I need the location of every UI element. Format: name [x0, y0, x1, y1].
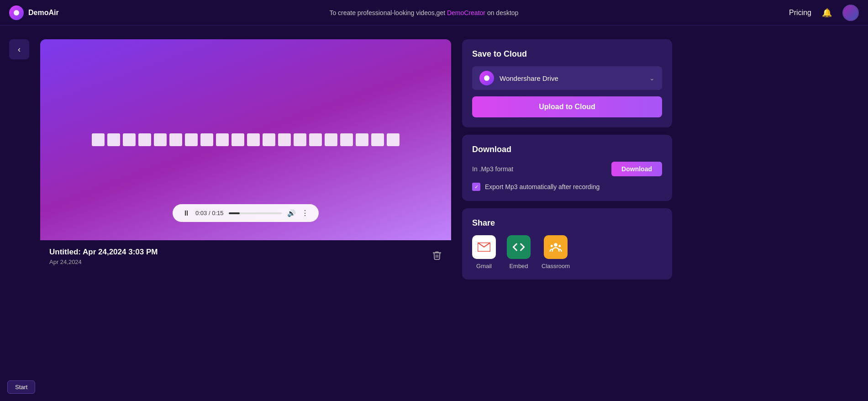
classroom-icon-box [544, 235, 568, 259]
waveform-bar [200, 133, 213, 146]
download-card: Download In .Mp3 format Download ✓ Expor… [462, 135, 672, 201]
auto-export-checkbox[interactable]: ✓ [472, 183, 480, 191]
upload-to-cloud-button[interactable]: Upload to Cloud [472, 96, 662, 117]
share-item-classroom[interactable]: Classroom [542, 235, 570, 269]
embed-label: Embed [509, 263, 528, 269]
democreator-link[interactable]: DemoCreator [447, 9, 485, 16]
cloud-selector-left: Wondershare Drive [479, 71, 558, 85]
right-panel: Save to Cloud Wondershare Drive ⌄ Upload… [462, 39, 672, 280]
waveform-bar [387, 133, 400, 146]
svg-point-3 [551, 245, 553, 247]
total-time: 0:15 [212, 210, 223, 216]
start-button[interactable]: Start [7, 380, 35, 394]
format-label: In .Mp3 format [472, 165, 513, 173]
back-button[interactable]: ‹ [9, 39, 29, 59]
embed-icon [512, 241, 525, 253]
promo-banner: To create professional-looking videos,ge… [329, 9, 518, 16]
waveform-bar [325, 133, 337, 146]
delete-icon [432, 252, 442, 262]
more-options-button[interactable]: ⋮ [301, 209, 309, 217]
waveform-bar [154, 133, 167, 146]
waveform-bar [371, 133, 384, 146]
download-button[interactable]: Download [611, 162, 662, 176]
waveform-bar [340, 133, 353, 146]
waveform-bars [92, 133, 400, 146]
classroom-icon [549, 240, 563, 254]
promo-text-after: on desktop [485, 9, 518, 16]
download-title: Download [472, 145, 662, 154]
more-icon: ⋮ [301, 209, 309, 217]
waveform-bar [169, 133, 182, 146]
share-item-gmail[interactable]: Gmail [472, 235, 496, 269]
svg-point-2 [554, 243, 558, 247]
svg-point-4 [558, 245, 561, 247]
waveform-bar [92, 133, 105, 146]
delete-button[interactable] [432, 250, 442, 263]
save-to-cloud-card: Save to Cloud Wondershare Drive ⌄ Upload… [462, 39, 672, 127]
waveform-bar [356, 133, 368, 146]
logo-text: DemoAir [28, 9, 59, 17]
wondershare-drive-icon [479, 71, 494, 85]
notification-icon[interactable]: 🔔 [821, 6, 833, 19]
play-pause-icon: ⏸ [183, 209, 190, 217]
waveform-bar [185, 133, 198, 146]
auto-export-row: ✓ Export Mp3 automatically after recordi… [472, 183, 662, 191]
gmail-label: Gmail [476, 263, 492, 269]
waveform-bar [231, 133, 244, 146]
cloud-drive-selector[interactable]: Wondershare Drive ⌄ [472, 66, 662, 90]
share-item-embed[interactable]: Embed [507, 235, 531, 269]
gmail-icon-box [472, 235, 496, 259]
download-row: In .Mp3 format Download [472, 162, 662, 176]
waveform-bar [216, 133, 229, 146]
auto-export-label: Export Mp3 automatically after recording [485, 183, 600, 190]
play-pause-button[interactable]: ⏸ [183, 209, 190, 217]
share-icons: Gmail Embed [472, 235, 662, 269]
video-date: Apr 24,2024 [49, 259, 158, 265]
video-metadata: Untitled: Apr 24,2024 3:03 PM Apr 24,202… [49, 248, 158, 265]
video-card: ⏸ 0:03 / 0:15 🔊 ⋮ Untitled: Apr 24,2024 … [40, 39, 451, 273]
gmail-icon [477, 240, 491, 254]
video-title: Untitled: Apr 24,2024 3:03 PM [49, 248, 158, 257]
time-display: 0:03 / 0:15 [195, 210, 223, 216]
waveform-bar [309, 133, 322, 146]
header-right: Pricing 🔔 [789, 5, 859, 21]
volume-icon: 🔊 [287, 209, 296, 217]
video-display: ⏸ 0:03 / 0:15 🔊 ⋮ [40, 39, 451, 240]
waveform-bar [278, 133, 291, 146]
progress-bar-fill [229, 212, 239, 214]
share-title: Share [472, 218, 662, 228]
wondershare-icon-inner [484, 75, 489, 81]
progress-bar[interactable] [229, 212, 282, 214]
back-icon: ‹ [18, 45, 21, 54]
waveform-bar [247, 133, 260, 146]
dropdown-arrow-icon: ⌄ [649, 74, 655, 82]
player-controls: ⏸ 0:03 / 0:15 🔊 ⋮ [173, 204, 319, 222]
header: DemoAir To create professional-looking v… [0, 0, 868, 26]
logo-icon-inner [14, 10, 19, 16]
save-to-cloud-title: Save to Cloud [472, 49, 662, 59]
embed-icon-box [507, 235, 531, 259]
waveform-bar [138, 133, 151, 146]
checkmark-icon: ✓ [474, 184, 479, 190]
waveform-bar [294, 133, 306, 146]
current-time: 0:03 [195, 210, 207, 216]
logo-area: DemoAir [9, 5, 59, 20]
waveform-bar [107, 133, 120, 146]
video-info: Untitled: Apr 24,2024 3:03 PM Apr 24,202… [40, 240, 451, 273]
classroom-label: Classroom [542, 263, 570, 269]
waveform-bar [123, 133, 136, 146]
waveform-bar [263, 133, 275, 146]
share-card: Share [462, 208, 672, 280]
avatar[interactable] [842, 5, 859, 21]
logo-icon [9, 5, 24, 20]
volume-button[interactable]: 🔊 [287, 209, 296, 217]
cloud-drive-name: Wondershare Drive [500, 74, 558, 82]
promo-text-before: To create professional-looking videos,ge… [329, 9, 447, 16]
pricing-link[interactable]: Pricing [789, 9, 811, 17]
main-content: ‹ [0, 26, 868, 289]
